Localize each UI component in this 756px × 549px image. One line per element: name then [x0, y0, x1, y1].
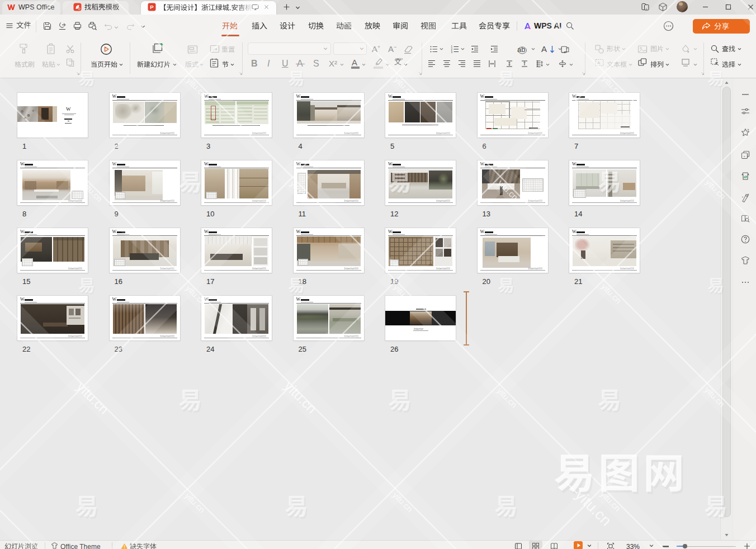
svg-text:P: P — [150, 4, 154, 10]
svg-text:3: 3 — [451, 51, 453, 54]
svg-text:1: 1 — [451, 45, 453, 48]
svg-text:A: A — [597, 60, 601, 65]
svg-text:2: 2 — [451, 48, 453, 51]
svg-text:wén: wén — [395, 58, 403, 60]
